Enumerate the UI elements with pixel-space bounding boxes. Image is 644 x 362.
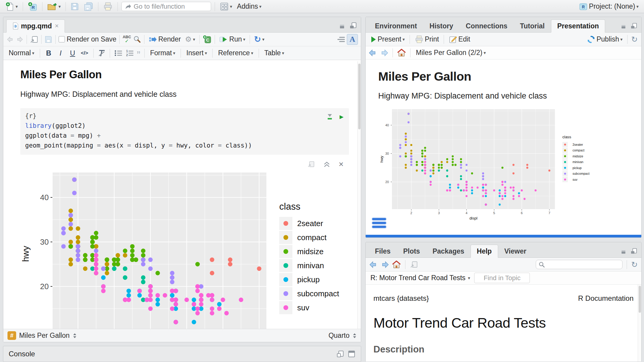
run-chunk-icon[interactable]: ▶ [340,112,344,122]
tab-connections[interactable]: Connections [460,19,514,33]
tab-help[interactable]: Help [471,245,498,258]
editor-scrollbar[interactable] [357,61,361,329]
doc-type-caret-icon[interactable] [352,333,357,339]
print-button[interactable] [102,1,114,12]
edit-presentation-button[interactable]: Edit [448,35,471,44]
run-button[interactable]: Run ▾ [218,35,247,44]
new-file-button[interactable]: ▾ [4,1,19,12]
new-file-caret-icon[interactable]: ▾ [16,4,18,9]
help-topic-dropdown[interactable]: R: Motor Trend Car Road Tests ▾ [370,274,470,282]
print-presentation-button[interactable]: Print [413,35,440,44]
tab-files[interactable]: Files [369,245,397,258]
jump-to-icon[interactable] [73,333,77,339]
minimize-pane-icon[interactable] [621,23,628,29]
console-maximize-icon[interactable] [348,350,355,358]
chunk-output: × 203040hwyclass2seatercompactmidsizemin… [20,155,361,329]
project-menu-button[interactable]: R Project: (None) ▾ [578,1,640,12]
save-all-button[interactable] [83,1,94,12]
console-title[interactable]: Console [9,350,35,358]
popout-icon[interactable] [30,36,38,43]
tab-presentation[interactable]: Presentation [551,19,605,33]
outline-toggle-icon[interactable] [337,36,345,43]
maximize-pane-icon[interactable] [631,248,637,254]
numbered-list-icon[interactable]: 1 2 [126,50,134,57]
goto-file-input[interactable] [134,3,202,10]
help-home-icon[interactable] [392,260,401,269]
find-replace-icon[interactable] [133,35,141,44]
publish-button[interactable]: Publish ▾ [586,35,624,44]
new-project-button[interactable]: R [27,1,39,12]
tab-environment[interactable]: Environment [369,19,423,33]
tab-close-icon[interactable]: × [55,22,59,30]
bold-button[interactable]: B [44,49,53,57]
insert-chunk-icon[interactable]: C [203,35,212,44]
help-search-box[interactable] [536,260,622,269]
format-menu-button[interactable]: Format ▾ [149,48,176,58]
home-icon[interactable] [397,49,406,57]
help-back-icon[interactable] [369,261,378,269]
save-button[interactable] [69,2,80,11]
outline-location-label[interactable]: Miles Per Gallon [19,332,70,340]
tab-history[interactable]: History [423,19,460,33]
presentation-toolbar: Present ▾ Print Edit [366,33,641,46]
find-in-topic-input[interactable] [474,273,529,283]
render-on-save-checkbox[interactable] [59,36,65,42]
code-format-button[interactable]: </> [80,50,89,56]
goto-file-box[interactable] [121,2,211,11]
panes-layout-button[interactable]: ▾ [219,1,234,12]
back-icon[interactable] [6,36,14,43]
document-body[interactable]: Miles Per Gallon Highway MPG: Displaceme… [3,60,361,329]
slide-forward-icon[interactable] [380,49,388,57]
forward-icon[interactable] [16,36,24,43]
help-forward-icon[interactable] [381,261,389,269]
reference-menu-button[interactable]: Reference ▾ [217,48,254,58]
table-menu-button[interactable]: Table ▾ [263,48,286,58]
console-popout-icon[interactable] [336,350,344,358]
bullet-list-icon[interactable] [114,50,123,57]
help-refresh-icon[interactable]: ↻ [631,261,638,269]
spellcheck-button[interactable]: ABC ✓ [123,35,131,44]
slide-select-dropdown[interactable]: Miles Per Gallon (2/2) ▾ [415,48,487,57]
rerun-button[interactable]: ↻ ▾ [253,35,266,44]
doc-type-label[interactable]: Quarto [329,332,350,340]
render-button[interactable]: Render [147,35,182,44]
paragraph-style-label: Normal [9,49,31,57]
minimize-pane-icon[interactable] [339,22,347,29]
render-settings-button[interactable]: ⚙ ▾ [184,35,196,44]
svg-text:suv: suv [297,303,309,312]
svg-text:7: 7 [548,211,550,215]
refresh-presentation-icon[interactable]: ↻ [631,36,638,43]
italic-button[interactable]: I [56,49,65,57]
tab-mpg-qmd[interactable]: mpg.qmd × [6,19,65,33]
help-search-input[interactable] [547,261,628,268]
addins-button[interactable]: Addins ▾ [236,2,263,11]
insert-menu-button[interactable]: Insert ▾ [185,48,208,58]
run-chunks-above-icon[interactable] [326,113,333,120]
save-doc-icon[interactable] [45,36,52,43]
clear-format-icon[interactable] [98,49,106,57]
present-button[interactable]: Present ▾ [369,35,406,44]
tab-tutorial[interactable]: Tutorial [514,19,551,33]
r-code-chunk[interactable]: {r} library(ggplot2)ggplot(data = mpg) +… [20,108,349,155]
underline-button[interactable]: U [68,49,77,57]
find-in-topic-box[interactable] [474,273,530,283]
tab-viewer[interactable]: Viewer [498,245,533,258]
help-popout-icon[interactable] [410,261,418,269]
tab-packages[interactable]: Packages [426,245,471,258]
minimize-pane-icon[interactable] [621,248,628,254]
clear-output-icon[interactable]: × [339,159,344,169]
help-scrollbar[interactable] [638,285,641,362]
open-file-caret-icon[interactable]: ▾ [59,4,61,9]
collapse-output-icon[interactable] [323,161,330,168]
slide-menu-icon[interactable] [372,218,386,228]
maximize-pane-icon[interactable] [350,22,357,29]
blockquote-button[interactable]: ” [137,49,140,57]
tab-plots[interactable]: Plots [397,245,426,258]
panes-caret-icon[interactable]: ▾ [230,4,232,9]
output-popout-icon[interactable] [307,161,315,168]
maximize-pane-icon[interactable] [631,23,637,29]
open-file-button[interactable]: ▾ [46,1,62,12]
paragraph-style-select[interactable]: Normal ▾ [7,48,36,58]
slide-back-icon[interactable] [369,49,377,57]
visual-mode-button[interactable]: A [347,34,358,45]
